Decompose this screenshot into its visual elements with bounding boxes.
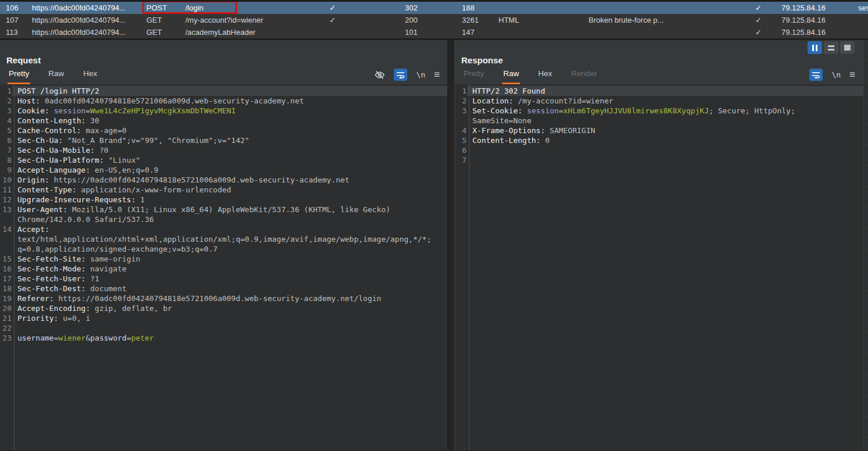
request-tab-pretty[interactable]: Pretty xyxy=(8,69,30,84)
hide-nonprinting-icon[interactable] xyxy=(374,69,385,81)
editor-line: 18Sec-Fetch-Dest: document xyxy=(0,284,447,293)
editor-line: 11Content-Type: application/x-www-form-u… xyxy=(0,185,447,195)
editor-line: 4X-Frame-Options: SAMEORIGIN xyxy=(455,126,863,135)
editor-line: 14Accept: xyxy=(0,224,447,234)
line-number xyxy=(0,234,12,244)
editor-line: 1HTTP/2 302 Found xyxy=(455,86,863,96)
editor-line: 9Accept-Language: en-US,en;q=0.9 xyxy=(0,165,447,175)
line-text: Host: 0adc00fd04240794818e5721006a009d.w… xyxy=(12,96,447,106)
response-tabbar: PrettyRawHexRender \n ≡ xyxy=(455,67,863,84)
word-wrap-icon[interactable] xyxy=(809,69,823,81)
line-text: Sec-Ch-Ua-Platform: "Linux" xyxy=(12,155,447,165)
line-text xyxy=(467,155,863,165)
line-number xyxy=(455,116,467,126)
line-number: 6 xyxy=(455,145,467,155)
cell-method: GET xyxy=(144,28,181,37)
cell-ip: 79.125.84.16 xyxy=(781,28,858,37)
capture-toolbar xyxy=(808,41,855,54)
history-row-106[interactable]: 106https://0adc00fd04240794...POST/login… xyxy=(0,2,868,14)
line-number: 10 xyxy=(0,175,12,185)
cell-id: 113 xyxy=(0,28,28,37)
response-tab-raw[interactable]: Raw xyxy=(502,69,520,84)
request-tab-raw[interactable]: Raw xyxy=(47,69,65,84)
cell-ip: 79.125.84.16 xyxy=(781,3,858,12)
line-text: SameSite=None xyxy=(467,116,863,126)
response-panel-title: Response xyxy=(455,40,863,67)
cell-path: /my-account?id=wiener xyxy=(181,16,326,24)
editor-line: 21Priority: u=0, i xyxy=(0,313,447,323)
line-number: 17 xyxy=(0,274,12,284)
editor-line: 8Sec-Ch-Ua-Platform: "Linux" xyxy=(0,155,447,165)
editor-line: 4Content-Length: 30 xyxy=(0,116,447,126)
response-scrollbar[interactable] xyxy=(863,40,868,450)
stop-icon xyxy=(844,45,851,51)
request-tab-hex[interactable]: Hex xyxy=(82,69,98,84)
editor-line: 16Sec-Fetch-Mode: navigate xyxy=(0,264,447,274)
line-text: Accept-Encoding: gzip, deflate, br xyxy=(12,303,447,313)
editor-line: 10Origin: https://0adc00fd04240794818e57… xyxy=(0,175,447,185)
line-text: Upgrade-Insecure-Requests: 1 xyxy=(12,195,447,205)
editor-line: 1POST /login HTTP/2 xyxy=(0,86,447,96)
editor-line: 3Cookie: session=Wwe1L4cZeHP1gyvMcgkXsmD… xyxy=(0,106,447,116)
history-row-113[interactable]: 113https://0adc00fd04240794...GET/academ… xyxy=(0,26,868,38)
cell-host: https://0adc00fd04240794... xyxy=(28,3,144,12)
line-text: q=0.8,application/signed-exchange;v=b3;q… xyxy=(12,244,447,254)
newline-toggle-icon[interactable]: \n xyxy=(831,69,841,81)
editor-line: 22 xyxy=(0,323,447,333)
editor-line: 17Sec-Fetch-User: ?1 xyxy=(0,274,447,284)
line-number: 14 xyxy=(0,224,12,234)
line-number: 2 xyxy=(455,96,467,106)
line-number: 6 xyxy=(0,135,12,145)
response-tab-hex[interactable]: Hex xyxy=(537,69,553,84)
line-text: Referer: https://0adc00fd04240794818e572… xyxy=(12,293,447,303)
line-text: Cache-Control: max-age=0 xyxy=(12,126,447,135)
line-text xyxy=(467,145,863,155)
line-number: 1 xyxy=(455,86,467,96)
stop-capture-button[interactable] xyxy=(840,41,855,54)
response-editor[interactable]: 1HTTP/2 302 Found2Location: /my-account?… xyxy=(455,84,863,450)
editor-line: text/html,application/xhtml+xml,applicat… xyxy=(0,234,447,244)
response-tab-render[interactable]: Render xyxy=(570,69,598,84)
response-menu-icon[interactable]: ≡ xyxy=(849,69,855,81)
line-text: Content-Length: 30 xyxy=(12,116,447,126)
line-text: Priority: u=0, i xyxy=(12,313,447,323)
pause-capture-button[interactable] xyxy=(808,41,822,54)
line-number: 4 xyxy=(455,126,467,135)
word-wrap-icon[interactable] xyxy=(394,69,407,81)
line-number: 9 xyxy=(0,165,12,175)
line-text: Content-Length: 0 xyxy=(467,135,863,145)
editor-line: 3Set-Cookie: session=xHLm6TgeyHJJVU8lmir… xyxy=(455,106,863,116)
newline-toggle-icon[interactable]: \n xyxy=(416,69,425,81)
cell-length: 188 xyxy=(462,3,498,12)
cell-path: /academyLabHeader xyxy=(181,28,326,37)
pause-icon xyxy=(812,45,817,51)
cell-length: 3261 xyxy=(462,16,498,24)
rows-icon xyxy=(828,45,834,51)
request-tabbar: PrettyRawHex \n ≡ xyxy=(0,67,447,84)
request-editor[interactable]: 1POST /login HTTP/22Host: 0adc00fd042407… xyxy=(0,84,447,450)
line-number: 23 xyxy=(0,333,12,343)
http-history-table: 106https://0adc00fd04240794...POST/login… xyxy=(0,0,868,40)
cell-id: 106 xyxy=(0,3,28,12)
line-text: Chrome/142.0.0.0 Safari/537.36 xyxy=(12,214,447,224)
line-number: 5 xyxy=(0,126,12,135)
cell-params: ✓ xyxy=(326,16,405,24)
editor-line: 15Sec-Fetch-Site: same-origin xyxy=(0,254,447,264)
editor-line: 2Host: 0adc00fd04240794818e5721006a009d.… xyxy=(0,96,447,106)
cell-params: ✓ xyxy=(326,3,405,12)
line-text: Cookie: session=Wwe1L4cZeHP1gyvMcgkXsmDb… xyxy=(12,106,447,116)
request-menu-icon[interactable]: ≡ xyxy=(434,69,440,81)
editor-line: 12Upgrade-Insecure-Requests: 1 xyxy=(0,195,447,205)
line-text: Origin: https://0adc00fd04240794818e5721… xyxy=(12,175,447,185)
editor-line: 5Content-Length: 0 xyxy=(455,135,863,145)
panel-divider[interactable] xyxy=(447,40,455,450)
cell-method: GET xyxy=(144,16,181,24)
response-tab-pretty[interactable]: Pretty xyxy=(462,69,485,84)
line-text: Accept-Language: en-US,en;q=0.9 xyxy=(12,165,447,175)
line-number: 7 xyxy=(0,145,12,155)
rows-layout-button[interactable] xyxy=(824,41,838,54)
line-text: Sec-Fetch-Mode: navigate xyxy=(12,264,447,274)
line-number: 12 xyxy=(0,195,12,205)
cell-id: 107 xyxy=(0,16,28,24)
history-row-107[interactable]: 107https://0adc00fd04240794...GET/my-acc… xyxy=(0,14,868,26)
